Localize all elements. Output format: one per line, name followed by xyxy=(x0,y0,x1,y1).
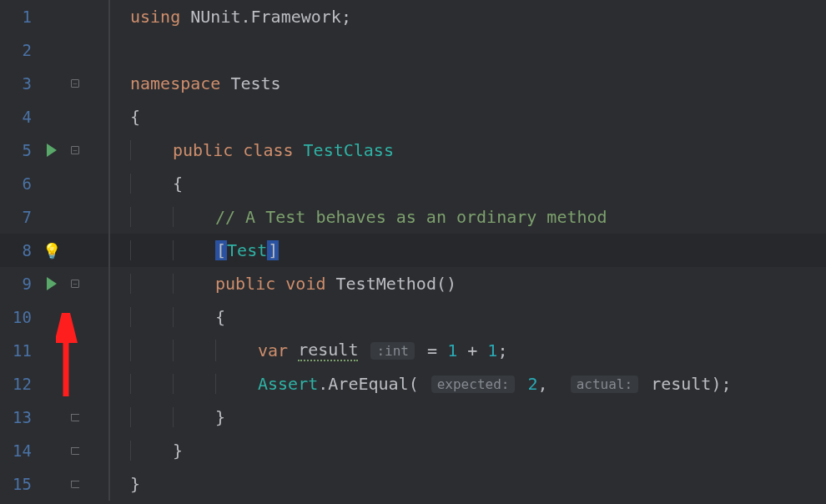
brace-close: } xyxy=(173,441,183,461)
attribute-bracket: [ xyxy=(215,240,227,260)
code-line[interactable]: 1 using NUnit.Framework ; xyxy=(0,0,826,33)
line-number: 9 xyxy=(0,275,38,293)
keyword-public: public xyxy=(215,274,275,294)
code-line[interactable]: 2 xyxy=(0,33,826,67)
code-line[interactable]: 5 − public class TestClass xyxy=(0,134,826,167)
code-line[interactable]: 6 { xyxy=(0,167,826,200)
namespace-name: Tests xyxy=(230,73,280,93)
inlay-hint-param: actual: xyxy=(571,375,638,393)
code-line[interactable]: 9 − public void TestMethod () xyxy=(0,267,826,300)
line-number: 7 xyxy=(0,208,38,226)
line-number: 5 xyxy=(0,141,38,159)
line-number: 6 xyxy=(0,174,38,193)
code-line[interactable]: 12 Assert . AreEqual ( expected: 2 , act… xyxy=(0,367,826,401)
line-number: 15 xyxy=(0,475,38,493)
line-number: 12 xyxy=(0,375,38,393)
fold-toggle-icon[interactable]: − xyxy=(71,79,79,88)
inlay-hint-type: :int xyxy=(370,342,415,360)
number-literal: 1 xyxy=(487,340,497,360)
run-test-icon[interactable] xyxy=(47,144,57,157)
variable-ref: result xyxy=(651,374,711,394)
line-number: 8 xyxy=(0,241,38,260)
line-number: 2 xyxy=(0,41,38,59)
brace-open: { xyxy=(173,174,183,194)
line-number: 3 xyxy=(0,74,38,93)
fold-end-icon[interactable] xyxy=(71,481,79,488)
line-number: 4 xyxy=(0,108,38,126)
keyword-var: var xyxy=(258,340,288,360)
run-test-icon[interactable] xyxy=(47,277,57,290)
line-number: 11 xyxy=(0,341,38,360)
line-number: 13 xyxy=(0,408,38,426)
inlay-hint-param: expected: xyxy=(431,375,516,393)
code-line[interactable]: 7 // A Test behaves as an ordinary metho… xyxy=(0,200,826,234)
code-line[interactable]: 14 } xyxy=(0,434,826,467)
code-line[interactable]: 11 var result :int = 1 + 1 ; xyxy=(0,334,826,367)
brace-close: } xyxy=(130,474,140,494)
keyword-public: public xyxy=(173,140,233,160)
code-line[interactable]: 15 } xyxy=(0,467,826,501)
keyword-namespace: namespace xyxy=(130,73,220,93)
code-line-current[interactable]: 8 💡 [Test] xyxy=(0,234,826,267)
keyword-class: class xyxy=(243,140,293,160)
brace-open: { xyxy=(130,107,140,127)
type-reference: Assert xyxy=(258,374,318,394)
fold-toggle-icon[interactable]: − xyxy=(71,280,79,288)
method-name: TestMethod xyxy=(336,274,436,294)
fold-toggle-icon[interactable]: − xyxy=(71,146,79,154)
number-literal: 2 xyxy=(527,374,537,394)
code-line[interactable]: 3 − namespace Tests xyxy=(0,67,826,100)
line-number: 1 xyxy=(0,8,38,26)
lightbulb-icon[interactable]: 💡 xyxy=(43,242,61,260)
comment: // A Test behaves as an ordinary method xyxy=(215,207,607,227)
brace-close: } xyxy=(215,407,225,427)
brace-open: { xyxy=(215,307,225,327)
keyword-void: void xyxy=(285,274,325,294)
code-line[interactable]: 10 { xyxy=(0,300,826,334)
method-call: AreEqual xyxy=(328,374,408,394)
line-number: 14 xyxy=(0,441,38,460)
code-line[interactable]: 4 { xyxy=(0,100,826,134)
keyword-using: using xyxy=(130,7,180,27)
variable-name: result xyxy=(298,340,358,361)
attribute-bracket: ] xyxy=(267,240,279,260)
namespace-ref: NUnit.Framework xyxy=(190,7,341,27)
code-editor[interactable]: 1 using NUnit.Framework ; 2 3 − namespac… xyxy=(0,0,826,501)
code-line[interactable]: 13 } xyxy=(0,401,826,434)
attribute-name: Test xyxy=(227,240,267,260)
gutter-separator xyxy=(108,0,110,33)
fold-end-icon[interactable] xyxy=(71,447,79,455)
number-literal: 1 xyxy=(447,340,457,360)
fold-end-icon[interactable] xyxy=(71,414,79,421)
class-name: TestClass xyxy=(304,140,394,160)
line-number: 10 xyxy=(0,308,38,326)
